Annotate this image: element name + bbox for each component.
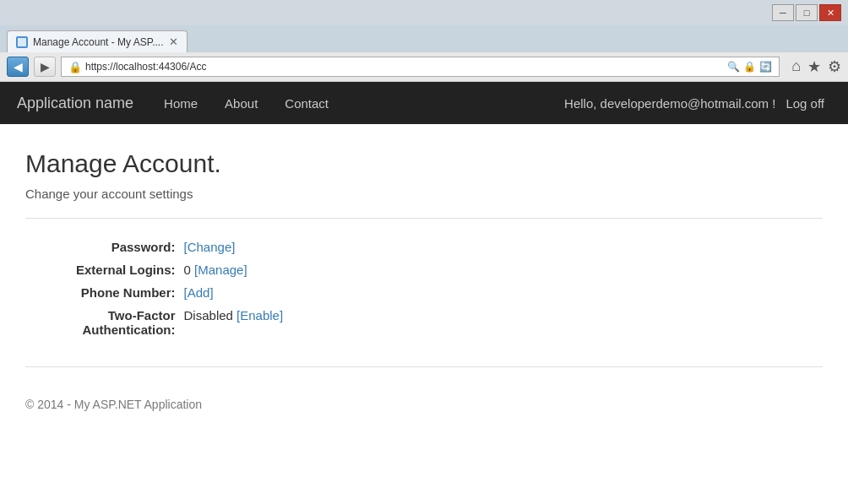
external-logins-row: External Logins: 0 [Manage] bbox=[76, 258, 283, 281]
footer-text: © 2014 - My ASP.NET Application bbox=[25, 398, 202, 411]
two-factor-enable-link[interactable]: [Enable] bbox=[236, 308, 283, 322]
navbar-link-contact[interactable]: Contact bbox=[271, 84, 342, 123]
back-button[interactable]: ◀ bbox=[7, 57, 29, 77]
svg-rect-0 bbox=[18, 38, 26, 46]
two-factor-value: Disabled [Enable] bbox=[184, 304, 284, 341]
address-bar[interactable]: 🔒 https://localhost:44306/Acc 🔍 🔒 🔄 bbox=[61, 57, 780, 77]
navbar-right: Hello, developerdemo@hotmail.com ! Log o… bbox=[564, 84, 831, 123]
settings-icon[interactable]: ⚙ bbox=[828, 57, 841, 76]
navbar-link-about[interactable]: About bbox=[211, 84, 271, 123]
account-settings-table: Password: [Change] External Logins: 0 [M… bbox=[76, 236, 283, 341]
favorites-icon[interactable]: ★ bbox=[807, 57, 821, 76]
close-button[interactable]: ✕ bbox=[819, 4, 841, 21]
address-bar-row: ◀ ▶ 🔒 https://localhost:44306/Acc 🔍 🔒 🔄 … bbox=[0, 52, 848, 81]
address-text: https://localhost:44306/Acc bbox=[85, 61, 724, 73]
phone-number-row: Phone Number: [Add] bbox=[76, 281, 283, 304]
browser-chrome: ─ □ ✕ Manage Account - My ASP.... ✕ ◀ ▶ … bbox=[0, 0, 848, 82]
external-logins-value: 0 [Manage] bbox=[184, 258, 284, 281]
tab-favicon bbox=[16, 36, 28, 48]
password-label: Password: bbox=[76, 236, 184, 258]
browser-tab[interactable]: Manage Account - My ASP.... ✕ bbox=[7, 30, 188, 52]
navbar: Application name Home About Contact Hell… bbox=[0, 82, 848, 124]
top-divider bbox=[25, 218, 823, 219]
window-controls: ─ □ ✕ bbox=[772, 4, 841, 21]
tab-close-button[interactable]: ✕ bbox=[169, 35, 178, 48]
minimize-button[interactable]: ─ bbox=[772, 4, 794, 21]
navbar-links: Home About Contact bbox=[150, 84, 564, 123]
navbar-brand[interactable]: Application name bbox=[17, 95, 133, 112]
password-change-link[interactable]: [Change] bbox=[184, 240, 236, 254]
external-logins-manage-link[interactable]: [Manage] bbox=[194, 263, 247, 277]
footer: © 2014 - My ASP.NET Application bbox=[0, 398, 848, 411]
two-factor-row: Two-Factor Authentication: Disabled [Ena… bbox=[76, 304, 283, 341]
navbar-hello: Hello, developerdemo@hotmail.com ! bbox=[564, 96, 775, 111]
bottom-divider bbox=[25, 366, 823, 367]
external-logins-count: 0 bbox=[184, 263, 195, 277]
two-factor-label: Two-Factor Authentication: bbox=[76, 304, 184, 341]
password-value: [Change] bbox=[184, 236, 284, 258]
title-bar: ─ □ ✕ bbox=[0, 0, 848, 25]
forward-button[interactable]: ▶ bbox=[34, 57, 56, 77]
two-factor-status: Disabled bbox=[184, 308, 237, 322]
page-title: Manage Account. bbox=[25, 149, 823, 178]
restore-button[interactable]: □ bbox=[796, 4, 818, 21]
external-logins-label: External Logins: bbox=[76, 258, 184, 281]
phone-add-link[interactable]: [Add] bbox=[184, 285, 214, 300]
page-content: Manage Account. Change your account sett… bbox=[0, 124, 848, 398]
home-icon[interactable]: ⌂ bbox=[791, 57, 801, 76]
browser-icons: ⌂ ★ ⚙ bbox=[785, 57, 841, 76]
tab-bar: Manage Account - My ASP.... ✕ bbox=[0, 25, 848, 52]
navbar-link-home[interactable]: Home bbox=[150, 84, 211, 123]
tab-label: Manage Account - My ASP.... bbox=[33, 36, 164, 48]
password-row: Password: [Change] bbox=[76, 236, 283, 258]
phone-number-label: Phone Number: bbox=[76, 281, 184, 304]
phone-number-value: [Add] bbox=[184, 281, 284, 304]
page-subtitle: Change your account settings bbox=[25, 187, 823, 201]
navbar-logoff-link[interactable]: Log off bbox=[779, 84, 831, 123]
